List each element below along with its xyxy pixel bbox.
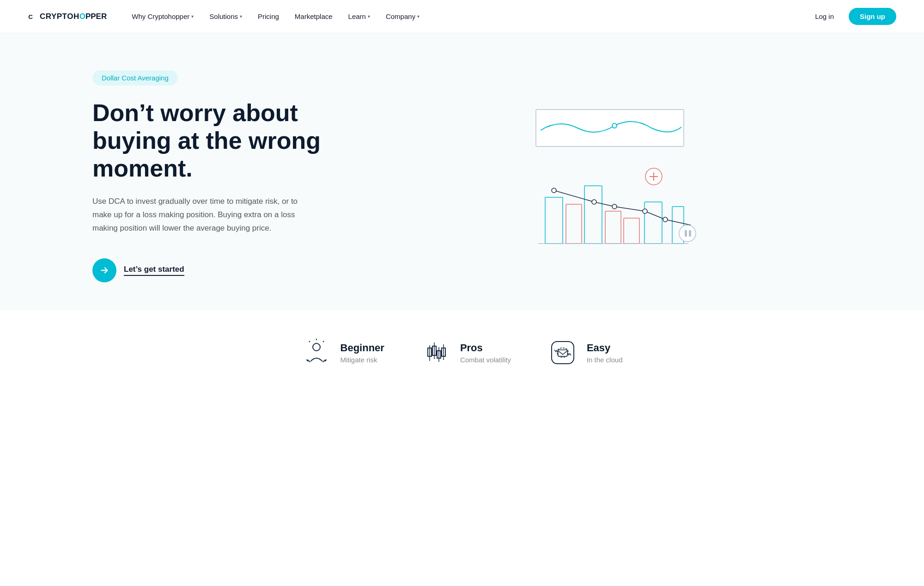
svg-rect-4 [584, 186, 602, 244]
feature-beginner-title: Beginner [340, 342, 384, 354]
feature-beginner-subtitle: Mitigate risk [340, 356, 384, 364]
logo[interactable]: C CRYPTOHOPPER [28, 12, 107, 22]
svg-rect-37 [558, 350, 567, 356]
signup-button[interactable]: Sign up [849, 8, 896, 25]
svg-rect-36 [552, 342, 574, 364]
svg-rect-21 [689, 230, 691, 237]
chevron-down-icon: ▾ [368, 14, 370, 19]
arrow-right-icon [99, 265, 109, 275]
svg-line-24 [323, 341, 324, 342]
feature-easy-subtitle: In the cloud [587, 356, 623, 364]
dca-chart-illustration [508, 105, 702, 248]
nav-actions: Log in Sign up [808, 8, 896, 25]
hero-title: Don’t worry about buying at the wrong mo… [92, 99, 351, 182]
feature-beginner: Beginner Mitigate risk [302, 338, 384, 367]
logo-icon: C [28, 12, 38, 22]
svg-point-15 [663, 217, 668, 222]
nav-company[interactable]: Company ▾ [379, 9, 426, 24]
cta-label[interactable]: Let’s get started [124, 265, 184, 276]
hero-description: Use DCA to invest gradually over time to… [92, 195, 314, 235]
svg-rect-5 [644, 202, 662, 244]
svg-rect-8 [605, 211, 621, 244]
nav-solutions[interactable]: Solutions ▾ [203, 9, 249, 24]
svg-point-19 [679, 225, 696, 242]
chevron-down-icon: ▾ [417, 14, 419, 19]
cta-arrow-button[interactable] [92, 258, 116, 282]
svg-point-14 [643, 209, 647, 214]
nav-marketplace[interactable]: Marketplace [288, 9, 339, 24]
feature-easy: Easy In the cloud [548, 338, 623, 367]
svg-rect-3 [545, 197, 563, 244]
svg-rect-20 [685, 230, 687, 237]
navbar: C CRYPTOHOPPER Why Cryptohopper ▾ Soluti… [0, 0, 924, 33]
pros-icon [421, 338, 451, 367]
chevron-down-icon: ▾ [191, 14, 194, 19]
svg-point-2 [612, 123, 617, 128]
svg-point-12 [592, 200, 596, 204]
svg-line-25 [309, 341, 310, 342]
features-section: Beginner Mitigate risk Pros Combat volat… [0, 310, 924, 404]
feature-pros-title: Pros [460, 342, 511, 354]
nav-pricing[interactable]: Pricing [251, 9, 286, 24]
svg-point-22 [313, 343, 320, 351]
svg-rect-9 [624, 218, 639, 244]
feature-easy-text: Easy In the cloud [587, 342, 623, 364]
nav-links: Why Cryptohopper ▾ Solutions ▾ Pricing M… [125, 9, 808, 24]
chevron-down-icon: ▾ [240, 14, 242, 19]
feature-pros: Pros Combat volatility [421, 338, 511, 367]
login-button[interactable]: Log in [808, 9, 841, 24]
svg-rect-7 [566, 204, 582, 244]
easy-icon [548, 338, 578, 367]
hero-badge: Dollar Cost Averaging [92, 70, 178, 85]
hero-section: Dollar Cost Averaging Don’t worry about … [0, 33, 924, 310]
feature-pros-text: Pros Combat volatility [460, 342, 511, 364]
svg-point-11 [552, 188, 556, 193]
hero-content: Dollar Cost Averaging Don’t worry about … [92, 70, 351, 282]
nav-why-cryptohopper[interactable]: Why Cryptohopper ▾ [125, 9, 200, 24]
feature-easy-title: Easy [587, 342, 623, 354]
svg-point-13 [612, 204, 617, 209]
beginner-icon [302, 338, 331, 367]
nav-learn[interactable]: Learn ▾ [342, 9, 377, 24]
hero-cta: Let’s get started [92, 258, 351, 282]
logo-text: CRYPTOHOPPER [40, 12, 107, 21]
svg-text:C: C [28, 13, 33, 20]
hero-illustration [379, 105, 832, 248]
feature-beginner-text: Beginner Mitigate risk [340, 342, 384, 364]
feature-pros-subtitle: Combat volatility [460, 356, 511, 364]
